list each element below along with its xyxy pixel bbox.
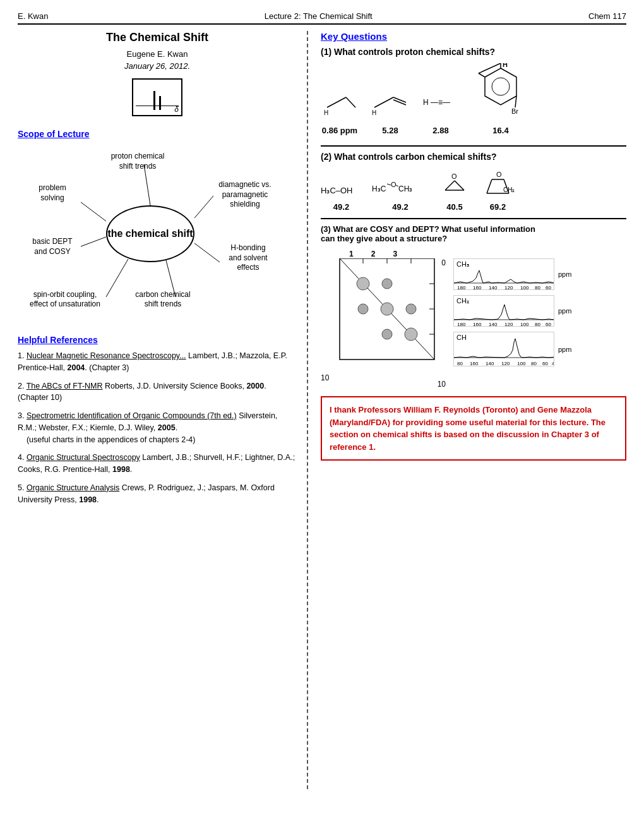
alkyne-structure: H —≡— 2.88 bbox=[422, 88, 460, 135]
ref-4: 4. Organic Structural Spectroscopy Lambe… bbox=[18, 452, 297, 476]
key-questions-link[interactable]: Key Questions bbox=[321, 31, 387, 42]
svg-text:100: 100 bbox=[517, 361, 526, 366]
svg-line-31 bbox=[455, 181, 464, 190]
concept-basic-dept: basic DEPTand COSY bbox=[24, 237, 81, 257]
alkene-structure: H 5.28 bbox=[371, 88, 409, 135]
svg-point-48 bbox=[381, 303, 393, 315]
question-2-header: (2) What controls carbon chemical shifts… bbox=[321, 152, 626, 162]
svg-text:140: 140 bbox=[486, 361, 494, 366]
svg-line-8 bbox=[346, 97, 355, 107]
svg-text:H: H bbox=[503, 63, 508, 68]
concept-diagram: the chemical shift proton chemicalshift … bbox=[18, 145, 283, 322]
question-1-header: (1) What controls proton chemical shifts… bbox=[321, 47, 626, 57]
svg-point-49 bbox=[405, 328, 417, 341]
ether-structure: H₃C O CH₃ 49.2 bbox=[372, 178, 429, 212]
svg-line-10 bbox=[374, 97, 393, 107]
svg-text:H₃C–OH: H₃C–OH bbox=[321, 186, 353, 195]
svg-text:160: 160 bbox=[470, 361, 479, 366]
date: January 26, 2012. bbox=[18, 61, 297, 71]
svg-line-11 bbox=[393, 97, 406, 102]
svg-line-18 bbox=[479, 73, 485, 77]
left-column: The Chemical Shift Eugene E. Kwan Januar… bbox=[18, 31, 308, 789]
svg-text:H: H bbox=[324, 109, 328, 116]
concept-proton-shift: proton chemicalshift trends bbox=[100, 152, 176, 171]
dept-ch-plot: CH 80 160 140 120 100 80 60 bbox=[453, 332, 554, 366]
nmr-box: δ bbox=[132, 78, 182, 116]
svg-point-16 bbox=[492, 78, 510, 95]
author: Eugene E. Kwan bbox=[18, 49, 297, 59]
dept-spectra: CH₃ 180 160 140 120 bbox=[453, 258, 571, 366]
concept-spin-orbit: spin-orbit coupling,effect of unsaturati… bbox=[24, 290, 106, 310]
svg-text:120: 120 bbox=[501, 361, 510, 366]
helpful-references-link[interactable]: Helpful References bbox=[18, 335, 98, 345]
svg-text:60: 60 bbox=[542, 361, 548, 366]
svg-text:Br: Br bbox=[511, 107, 518, 115]
svg-text:O: O bbox=[391, 181, 397, 188]
dept-ch3: CH₃ 180 160 140 120 bbox=[453, 258, 571, 290]
dept-ch3-plot: CH₃ 180 160 140 120 bbox=[453, 258, 554, 290]
svg-marker-15 bbox=[485, 68, 516, 105]
alkane-structure: H 0.86 ppm bbox=[321, 88, 359, 135]
concept-center: the chemical shift bbox=[106, 205, 194, 262]
svg-text:100: 100 bbox=[520, 322, 529, 327]
svg-line-3 bbox=[81, 237, 106, 246]
cosy-section: 1 2 3 0 10 10 bbox=[321, 250, 626, 389]
svg-text:180: 180 bbox=[457, 322, 466, 327]
svg-text:80: 80 bbox=[457, 361, 463, 366]
svg-line-30 bbox=[445, 181, 455, 190]
methanol-structure: H₃C–OH 49.2 bbox=[321, 181, 362, 212]
svg-text:CH₂: CH₂ bbox=[503, 186, 515, 193]
header-right: Chem 117 bbox=[588, 11, 626, 21]
nmr-diagram: δ bbox=[18, 78, 297, 116]
svg-text:120: 120 bbox=[504, 285, 513, 290]
right-column: Key Questions (1) What controls proton c… bbox=[308, 31, 626, 789]
page: E. Kwan Lecture 2: The Chemical Shift Ch… bbox=[0, 0, 644, 834]
dept-ch2-plot: CH₂ 180 160 140 120 100 80 60 bbox=[453, 295, 554, 327]
svg-text:60: 60 bbox=[546, 322, 551, 327]
svg-text:60: 60 bbox=[546, 285, 551, 290]
svg-text:100: 100 bbox=[520, 285, 529, 290]
svg-text:140: 140 bbox=[489, 285, 498, 290]
concept-carbon-shift: carbon chemicalshift trends bbox=[125, 290, 201, 310]
header-left: E. Kwan bbox=[18, 11, 48, 21]
svg-text:O: O bbox=[496, 171, 502, 178]
svg-text:160: 160 bbox=[473, 322, 482, 327]
ref-1: 1. Nuclear Magnetic Resonance Spectrosco… bbox=[18, 350, 297, 374]
ref-2: 2. The ABCs of FT-NMR Roberts, J.D. Univ… bbox=[18, 380, 297, 404]
ref-5: 5. Organic Structure Analysis Crews, P. … bbox=[18, 482, 297, 506]
scope-of-lecture-link[interactable]: Scope of Lecture bbox=[18, 129, 90, 139]
svg-point-51 bbox=[382, 279, 392, 289]
header-center: Lecture 2: The Chemical Shift bbox=[265, 11, 373, 21]
dept-ch: CH 80 160 140 120 100 80 60 bbox=[453, 332, 571, 366]
header: E. Kwan Lecture 2: The Chemical Shift Ch… bbox=[18, 11, 626, 25]
svg-text:80: 80 bbox=[535, 285, 540, 290]
svg-line-12 bbox=[393, 100, 406, 105]
svg-point-47 bbox=[357, 277, 369, 290]
svg-point-53 bbox=[406, 304, 416, 314]
svg-text:160: 160 bbox=[473, 285, 482, 290]
epoxide-structure: O 40.5 bbox=[439, 171, 470, 212]
svg-text:80: 80 bbox=[531, 361, 537, 366]
concept-problem-solving: problemsolving bbox=[24, 183, 81, 203]
svg-line-34 bbox=[487, 179, 492, 193]
svg-text:H₃C: H₃C bbox=[372, 184, 386, 193]
references-list: 1. Nuclear Magnetic Resonance Spectrosco… bbox=[18, 350, 297, 505]
concept-diamagnetic: diamagnetic vs.paramagneticshielding bbox=[207, 180, 283, 210]
oxetane-structure: O CH₂ 69.2 bbox=[480, 168, 515, 212]
svg-point-52 bbox=[382, 329, 392, 339]
aromatic-structure: H Br 16.4 bbox=[472, 63, 529, 135]
svg-text:80: 80 bbox=[535, 322, 540, 327]
svg-text:H —≡—: H —≡— bbox=[423, 98, 450, 107]
cosy-plot: 1 2 3 0 10 10 bbox=[321, 250, 447, 389]
svg-text:140: 140 bbox=[489, 322, 498, 327]
svg-line-22 bbox=[515, 96, 516, 107]
svg-text:H: H bbox=[372, 109, 376, 116]
ref-3: 3. Spectrometric Identification of Organ… bbox=[18, 410, 297, 445]
concept-h-bonding: H-bondingand solventeffects bbox=[213, 243, 283, 273]
svg-line-1 bbox=[81, 202, 106, 221]
svg-text:120: 120 bbox=[504, 322, 513, 327]
svg-point-50 bbox=[358, 304, 368, 314]
question-3-header: (3) What are COSY and DEPT? What useful … bbox=[321, 224, 626, 243]
thankyou-box: I thank Professors William F. Reynolds (… bbox=[321, 396, 626, 461]
thankyou-text: I thank Professors William F. Reynolds (… bbox=[330, 404, 617, 453]
